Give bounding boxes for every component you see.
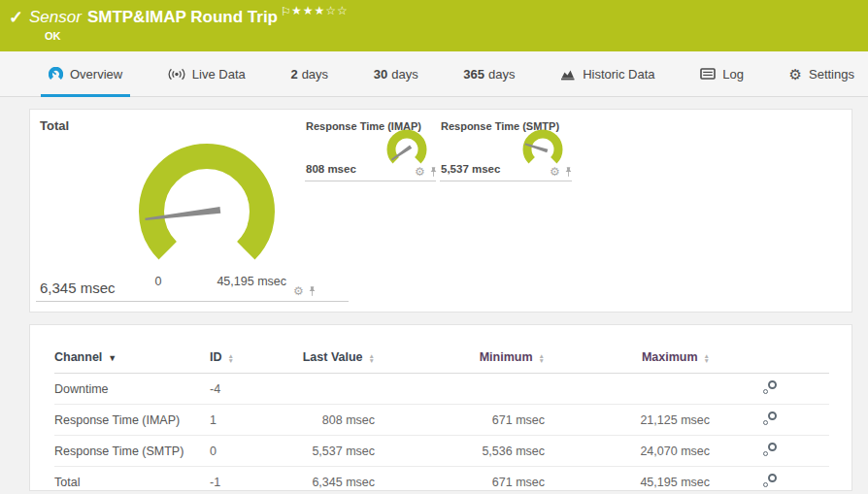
column-header-maximum-label: Maximum	[642, 350, 698, 364]
priority-stars[interactable]: ★★★☆☆	[291, 4, 349, 17]
cell-id: 0	[210, 436, 287, 467]
cell-id: 1	[210, 405, 287, 436]
cell-minimum: 671 msec	[375, 405, 545, 436]
tab-log[interactable]: Log	[692, 51, 751, 96]
pin-icon[interactable]	[429, 166, 438, 178]
table-row: Response Time (IMAP) 1 808 msec 671 msec…	[54, 405, 829, 436]
tab-365-days[interactable]: 365 days	[455, 51, 522, 96]
tab-30-days[interactable]: 30 days	[366, 51, 426, 96]
gear-icon	[768, 443, 777, 451]
cell-maximum: 24,070 msec	[545, 436, 710, 467]
sort-icon: ▲▼	[539, 353, 545, 363]
cell-maximum: 45,195 msec	[545, 467, 710, 494]
log-list-icon	[700, 68, 716, 80]
channels-panel: Channel▼ ID▲▼ Last Value▲▼ Minimum▲▼ Max…	[29, 324, 852, 491]
status-badge: OK	[45, 30, 61, 42]
channels-table: Channel▼ ID▲▼ Last Value▲▼ Minimum▲▼ Max…	[54, 350, 829, 494]
gear-icon[interactable]: ⚙	[293, 285, 304, 297]
sort-icon: ▲▼	[369, 353, 375, 363]
table-row: Total -1 6,345 msec 671 msec 45,195 msec	[54, 467, 829, 494]
pin-icon[interactable]	[564, 166, 573, 178]
sensor-heading: SensorSMTP&IMAP Round Trip⚐	[29, 5, 291, 27]
tab-2-days-number: 2	[290, 67, 297, 82]
pin-icon[interactable]	[308, 285, 317, 297]
channel-settings-icon[interactable]	[762, 412, 778, 425]
tab-settings[interactable]: ⚙ Settings	[782, 51, 862, 96]
gear-icon	[763, 482, 768, 487]
cell-channel[interactable]: Total	[54, 467, 210, 494]
cell-channel[interactable]: Response Time (SMTP)	[54, 436, 210, 467]
tab-live-data-label: Live Data	[192, 67, 246, 82]
tab-historic-data-label: Historic Data	[583, 67, 654, 82]
tab-historic-data[interactable]: Historic Data	[552, 51, 662, 96]
column-header-actions	[710, 350, 829, 374]
channel-settings-icon[interactable]	[762, 474, 778, 487]
cell-channel[interactable]: Downtime	[54, 374, 210, 405]
tab-overview-label: Overview	[70, 67, 122, 82]
column-header-last-value-label: Last Value	[303, 350, 363, 364]
tab-365-days-label: days	[488, 67, 515, 82]
gauge-imap-actions: ⚙	[415, 166, 438, 178]
cell-maximum: 21,125 msec	[545, 405, 710, 436]
cell-minimum: 5,536 msec	[375, 436, 545, 467]
widget-divider	[305, 181, 436, 181]
column-header-minimum-label: Minimum	[480, 350, 533, 364]
sensor-title: SMTP&IMAP Round Trip	[87, 8, 278, 26]
gear-icon	[768, 412, 777, 420]
gear-icon	[768, 474, 777, 482]
settings-gear-icon: ⚙	[789, 67, 802, 82]
column-header-channel-label: Channel	[54, 350, 102, 364]
channel-settings-icon[interactable]	[762, 380, 778, 394]
sort-icon: ▲▼	[704, 353, 710, 363]
tab-log-label: Log	[722, 67, 744, 82]
table-row: Downtime -4	[54, 374, 829, 405]
cell-last-value: 6,345 msec	[287, 467, 375, 494]
gear-icon	[763, 451, 768, 456]
gauge-total-min-label: 0	[147, 275, 170, 288]
column-header-channel[interactable]: Channel▼	[54, 350, 210, 374]
widget-divider	[440, 181, 572, 181]
total-gauge[interactable]	[134, 139, 280, 284]
sensor-status-bar: ✓ SensorSMTP&IMAP Round Trip⚐ ★★★☆☆ OK	[0, 0, 868, 51]
gear-icon[interactable]: ⚙	[550, 166, 560, 178]
widget-divider	[36, 301, 349, 302]
column-header-id[interactable]: ID▲▼	[210, 350, 287, 374]
gauge-imap-value: 808 msec	[306, 163, 356, 175]
gauge-smtp-actions: ⚙	[550, 166, 573, 178]
gauge-total-value: 6,345 msec	[40, 280, 116, 296]
tab-30-days-number: 30	[374, 67, 387, 82]
cell-id: -4	[210, 374, 287, 405]
cell-last-value	[287, 374, 375, 405]
tab-live-data[interactable]: Live Data	[160, 51, 253, 96]
tab-365-days-number: 365	[463, 67, 484, 82]
channel-settings-icon[interactable]	[762, 443, 778, 456]
column-header-maximum[interactable]: Maximum▲▼	[545, 350, 710, 374]
sensor-kind-label: Sensor	[29, 8, 82, 26]
tab-30-days-label: days	[391, 67, 417, 82]
tab-overview[interactable]: Overview	[41, 51, 130, 96]
gauge-smtp-value: 5,537 msec	[441, 163, 500, 175]
gauges-panel: Total 0 45,195 msec 6,345 msec ⚙ Respons…	[29, 109, 852, 313]
cell-last-value: 808 msec	[287, 405, 375, 436]
cell-channel[interactable]: Response Time (IMAP)	[54, 405, 210, 436]
cell-id: -1	[210, 467, 287, 494]
cell-minimum: 671 msec	[375, 467, 545, 494]
cell-maximum	[545, 374, 710, 405]
gauge-icon	[49, 67, 63, 82]
column-header-last-value[interactable]: Last Value▲▼	[287, 350, 375, 374]
gear-icon[interactable]: ⚙	[415, 166, 425, 178]
sort-desc-icon: ▼	[108, 353, 117, 363]
gauge-total-max-label: 45,195 msec	[193, 275, 286, 288]
flag-icon[interactable]: ⚐	[281, 5, 291, 18]
gauge-total-actions: ⚙	[293, 285, 317, 297]
table-header-row: Channel▼ ID▲▼ Last Value▲▼ Minimum▲▼ Max…	[54, 350, 829, 374]
area-chart-icon	[560, 68, 576, 81]
tab-2-days[interactable]: 2 days	[283, 51, 336, 96]
cell-minimum	[375, 374, 545, 405]
gear-icon	[763, 389, 768, 394]
cell-last-value: 5,537 msec	[287, 436, 375, 467]
sensor-tab-bar: Overview Live Data 2 days 30 days 365 da…	[0, 51, 868, 97]
live-data-icon	[168, 68, 185, 81]
column-header-minimum[interactable]: Minimum▲▼	[375, 350, 545, 374]
gear-icon	[763, 420, 768, 425]
